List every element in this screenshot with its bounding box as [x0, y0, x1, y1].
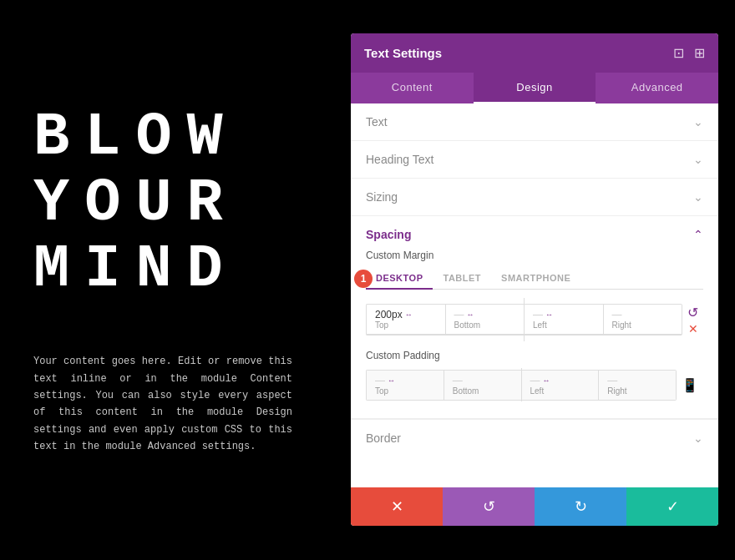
- tab-design[interactable]: Design: [474, 73, 596, 103]
- heading-text-section-row[interactable]: Heading Text ⌄: [351, 141, 718, 179]
- padding-inputs-container: — ↔ Top — Bottom: [366, 368, 703, 401]
- spacing-title: Spacing: [366, 228, 411, 241]
- tab-content[interactable]: Content: [351, 73, 474, 103]
- padding-bottom-cell[interactable]: — Bottom: [444, 371, 521, 400]
- settings-panel: Text Settings ⊡ ⊞ Content Design Advance…: [351, 33, 718, 526]
- spacing-section: Spacing ⌃ Custom Margin 1 DESKTOP TABLET…: [351, 216, 718, 419]
- panel-title: Text Settings: [364, 46, 442, 60]
- padding-left-cell[interactable]: — ↔ Left: [522, 371, 600, 400]
- device-tab-desktop[interactable]: DESKTOP: [366, 268, 433, 290]
- margin-left-cell[interactable]: — ↔ Left: [525, 305, 604, 334]
- padding-right-half: — ↔ Left — Right: [522, 370, 677, 401]
- margin-inputs-container: 200px ↔ Top — ↔ Bottom: [366, 298, 703, 341]
- border-section-row[interactable]: Border ⌄: [351, 419, 718, 457]
- heading-chevron-icon: ⌄: [693, 153, 703, 166]
- margin-left-link-icon: ↔: [545, 310, 553, 319]
- expand-icon[interactable]: ⊡: [673, 45, 684, 61]
- heading-text-label: Heading Text: [366, 153, 433, 166]
- margin-reset-button[interactable]: ↺: [687, 305, 698, 320]
- padding-bottom-label: Bottom: [453, 386, 513, 396]
- padding-left-right-row: — ↔ Left — Right: [522, 371, 677, 400]
- margin-right-value: —: [612, 309, 622, 320]
- spacing-header[interactable]: Spacing ⌃: [351, 216, 718, 250]
- padding-right-label: Right: [607, 386, 667, 396]
- tabs-bar: Content Design Advanced: [351, 73, 718, 103]
- device-tabs-wrapper: 1 DESKTOP TABLET SMARTPHONE: [366, 268, 703, 290]
- margin-top-cell[interactable]: 200px ↔ Top: [367, 305, 446, 334]
- save-button[interactable]: ✓: [626, 487, 718, 526]
- margin-right-cell[interactable]: — Right: [604, 305, 682, 334]
- device-tabs: DESKTOP TABLET SMARTPHONE: [366, 268, 703, 290]
- margin-right-half: — ↔ Left — Right: [525, 304, 682, 335]
- undo-button[interactable]: ↺: [443, 487, 535, 526]
- left-panel: BLOWYOURMIND Your content goes here. Edi…: [0, 0, 326, 560]
- margin-bottom-label: Bottom: [454, 320, 516, 330]
- margin-bottom-value: —: [454, 309, 464, 320]
- padding-action-icon: 📱: [677, 377, 703, 393]
- margin-top-value: 200px: [375, 309, 403, 320]
- padding-top-cell[interactable]: — ↔ Top: [367, 371, 444, 400]
- padding-top-link-icon: ↔: [388, 376, 395, 385]
- margin-top-label: Top: [375, 320, 437, 330]
- columns-icon[interactable]: ⊞: [694, 45, 705, 61]
- text-section-label: Text: [366, 115, 388, 129]
- sizing-section-row[interactable]: Sizing ⌄: [351, 179, 718, 216]
- margin-action-icons: ↺ ✕: [682, 305, 703, 335]
- body-text: Your content goes here. Edit or remove t…: [33, 353, 292, 455]
- border-chevron-icon: ⌄: [693, 431, 703, 445]
- save-icon: ✓: [667, 497, 679, 516]
- margin-top-bottom-row: 200px ↔ Top — ↔ Bottom: [367, 305, 524, 335]
- margin-bottom-cell[interactable]: — ↔ Bottom: [446, 305, 525, 334]
- padding-link-button[interactable]: 📱: [682, 378, 698, 392]
- panel-body: Text ⌄ Heading Text ⌄ Sizing ⌄ Spacing ⌃…: [351, 103, 718, 487]
- padding-right-value: —: [607, 375, 617, 386]
- margin-left-label: Left: [533, 320, 595, 330]
- padding-left-label: Left: [530, 386, 591, 396]
- text-section-row[interactable]: Text ⌄: [351, 103, 718, 141]
- margin-left-right-row: — ↔ Left — Right: [525, 305, 682, 335]
- margin-clear-button[interactable]: ✕: [687, 322, 698, 335]
- text-chevron-icon: ⌄: [693, 115, 703, 129]
- margin-left-value: —: [533, 309, 543, 320]
- margin-right-label: Right: [612, 320, 674, 330]
- headline-text: BLOWYOURMIND: [33, 105, 292, 304]
- padding-top-label: Top: [375, 386, 435, 396]
- spacing-chevron-up-icon: ⌃: [693, 228, 703, 241]
- badge: 1: [354, 270, 373, 288]
- margin-top-link-icon: ↔: [405, 310, 413, 319]
- bottom-toolbar: ✕ ↺ ↻ ✓: [351, 487, 718, 526]
- redo-button[interactable]: ↻: [535, 487, 626, 526]
- margin-bottom-link-icon: ↔: [467, 310, 474, 319]
- cancel-button[interactable]: ✕: [351, 487, 443, 526]
- padding-top-value: —: [375, 375, 385, 386]
- padding-right-cell[interactable]: — Right: [599, 371, 676, 400]
- custom-padding-label: Custom Padding: [366, 350, 703, 361]
- padding-top-bottom-row: — ↔ Top — Bottom: [367, 371, 521, 400]
- padding-left-value: —: [530, 375, 540, 386]
- header-icons: ⊡ ⊞: [673, 45, 705, 61]
- undo-icon: ↺: [483, 497, 495, 516]
- cancel-icon: ✕: [391, 497, 403, 516]
- spacing-content: Custom Margin 1 DESKTOP TABLET SMARTPHON…: [351, 250, 718, 418]
- redo-icon: ↻: [575, 497, 587, 516]
- device-tab-smartphone[interactable]: SMARTPHONE: [491, 268, 580, 290]
- panel-header: Text Settings ⊡ ⊞: [351, 33, 718, 73]
- border-label: Border: [366, 431, 401, 445]
- padding-left-half: — ↔ Top — Bottom: [366, 370, 521, 401]
- tab-advanced[interactable]: Advanced: [596, 73, 718, 103]
- padding-bottom-value: —: [453, 375, 463, 386]
- device-tab-tablet[interactable]: TABLET: [433, 268, 491, 290]
- margin-left-half: 200px ↔ Top — ↔ Bottom: [366, 304, 524, 335]
- sizing-label: Sizing: [366, 190, 398, 204]
- padding-left-link-icon: ↔: [543, 376, 550, 385]
- sizing-chevron-icon: ⌄: [693, 190, 703, 204]
- custom-margin-label: Custom Margin: [366, 250, 703, 261]
